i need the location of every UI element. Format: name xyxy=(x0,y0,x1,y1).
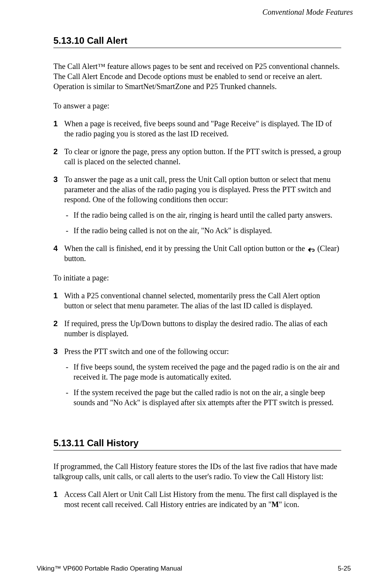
initiate-steps-list: 1 With a P25 conventional channel select… xyxy=(53,291,341,407)
step-text: To clear or ignore the page, press any o… xyxy=(64,146,341,167)
section-heading-call-alert: 5.13.10 Call Alert xyxy=(53,35,341,48)
footer-manual-title: Viking™ VP600 Portable Radio Operating M… xyxy=(37,565,182,573)
step-number: 1 xyxy=(53,119,64,139)
step-text: When a page is received, five beeps soun… xyxy=(64,119,341,139)
step-text: With a P25 conventional channel selected… xyxy=(64,291,341,311)
step-number: 1 xyxy=(53,489,64,509)
page-footer: Viking™ VP600 Portable Radio Operating M… xyxy=(37,565,351,573)
dash-bullet: - xyxy=(66,210,74,220)
footer-page-number: 5-25 xyxy=(338,565,351,573)
step-content: Press the PTT switch and one of the foll… xyxy=(64,346,341,407)
step-number: 3 xyxy=(53,346,64,407)
dash-text: If the system received the page but the … xyxy=(74,387,341,407)
step-text-post: " icon. xyxy=(279,500,299,509)
step-number: 2 xyxy=(53,146,64,167)
dash-list: - If the radio being called is on the ai… xyxy=(64,210,341,236)
list-item: 3 To answer the page as a unit call, pre… xyxy=(53,174,341,236)
list-item: 4 When the call is finished, end it by p… xyxy=(53,243,341,263)
step-text: To answer the page as a unit call, press… xyxy=(64,175,331,204)
section1-intro: The Call Alert™ feature allows pages to … xyxy=(53,61,341,91)
step-number: 4 xyxy=(53,243,64,263)
step-text: If required, press the Up/Down buttons t… xyxy=(64,318,341,339)
step-number: 1 xyxy=(53,291,64,311)
section-title: Call History xyxy=(87,438,139,448)
list-item: 2 To clear or ignore the page, press any… xyxy=(53,146,341,167)
bold-m-icon-label: M xyxy=(272,500,279,509)
answer-steps-list: 1 When a page is received, five beeps so… xyxy=(53,119,341,263)
answer-label: To answer a page: xyxy=(53,101,341,111)
section-heading-call-history: 5.13.11 Call History xyxy=(53,438,341,450)
step-content: To answer the page as a unit call, press… xyxy=(64,174,341,236)
dash-bullet: - xyxy=(66,387,74,407)
list-item: 2 If required, press the Up/Down buttons… xyxy=(53,318,341,339)
section2-intro: If programmed, the Call History feature … xyxy=(53,461,341,481)
chapter-header: Conventional Mode Features xyxy=(53,8,353,17)
section-number: 5.13.10 xyxy=(53,35,84,46)
section-title: Call Alert xyxy=(87,35,127,46)
initiate-label: To initiate a page: xyxy=(53,273,341,283)
step-text-pre: When the call is finished, end it by pre… xyxy=(64,244,307,253)
list-item: 3 Press the PTT switch and one of the fo… xyxy=(53,346,341,407)
dash-item: - If five beeps sound, the system receiv… xyxy=(66,362,341,382)
step-content: When the call is finished, end it by pre… xyxy=(64,243,341,263)
step-number: 3 xyxy=(53,174,64,236)
history-steps-list: 1 Access Call Alert or Unit Call List Hi… xyxy=(53,489,341,509)
step-content: Access Call Alert or Unit Call List Hist… xyxy=(64,489,341,509)
step-number: 2 xyxy=(53,318,64,339)
list-item: 1 With a P25 conventional channel select… xyxy=(53,291,341,311)
back-arrow-icon xyxy=(307,246,315,253)
dash-text: If five beeps sound, the system received… xyxy=(74,362,341,382)
list-item: 1 When a page is received, five beeps so… xyxy=(53,119,341,139)
section-number: 5.13.11 xyxy=(53,438,84,448)
dash-list: - If five beeps sound, the system receiv… xyxy=(64,362,341,407)
dash-bullet: - xyxy=(66,225,74,236)
list-item: 1 Access Call Alert or Unit Call List Hi… xyxy=(53,489,341,509)
dash-text: If the radio being called is not on the … xyxy=(74,225,341,236)
step-text: Press the PTT switch and one of the foll… xyxy=(64,347,229,356)
dash-text: If the radio being called is on the air,… xyxy=(74,210,341,220)
dash-item: - If the system received the page but th… xyxy=(66,387,341,407)
dash-item: - If the radio being called is on the ai… xyxy=(66,210,341,220)
dash-item: - If the radio being called is not on th… xyxy=(66,225,341,236)
dash-bullet: - xyxy=(66,362,74,382)
